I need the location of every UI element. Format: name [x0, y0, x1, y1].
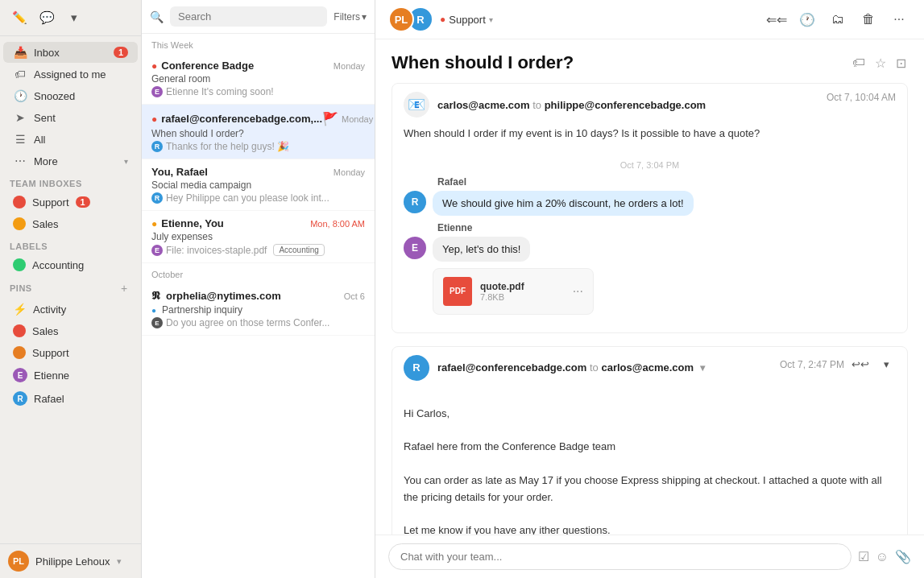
main-view: PL R ● Support ▾ ⇐⇐ 🕐 🗂 🗑 ··· When shoul… — [375, 0, 924, 578]
conv-item-conf-badge[interactable]: ● Conference Badge Monday General room E… — [142, 53, 375, 105]
conv-item-etienne-you[interactable]: ● Etienne, You Mon, 8:00 AM July expense… — [142, 211, 375, 263]
sidebar-item-sent[interactable]: ➤ Sent — [3, 107, 138, 128]
etienne-sender-label: Etienne — [404, 222, 896, 233]
chat-timestamp-1: Oct 7, 3:04 PM — [404, 160, 896, 170]
archive-button[interactable]: 🗂 — [826, 7, 850, 31]
sidebar-item-assigned[interactable]: 🏷 Assigned to me — [3, 64, 138, 85]
expand-button[interactable]: ▾ — [63, 6, 85, 29]
trash-button[interactable]: 🗑 — [856, 7, 880, 31]
conv-subject: ● Partnership inquiry — [151, 304, 365, 316]
conv-preview-avatar: E — [151, 245, 163, 256]
etienne-chat-avatar: E — [404, 237, 426, 259]
sidebar-item-more[interactable]: ⋯ More ▾ — [3, 151, 138, 171]
add-pin-button[interactable]: + — [117, 281, 131, 295]
chat-button[interactable]: 💬 — [35, 6, 58, 29]
support-selector[interactable]: ● Support ▾ — [440, 14, 493, 26]
expand-button[interactable]: ⊡ — [894, 54, 908, 72]
pin-item-rafael[interactable]: R Rafael — [3, 387, 138, 410]
pin-item-support[interactable]: Support — [3, 342, 138, 363]
sidebar-item-accounting[interactable]: Accounting — [3, 254, 138, 275]
conv-item-orphelia[interactable]: 𝕹 orphelia@nytimes.com Oct 6 ● Partnersh… — [142, 283, 375, 336]
email-from-info: 📧 carlos@acme.com to philippe@conference… — [404, 92, 706, 118]
pins-section: Pins + ⚡ Activity Sales Support E Etienn… — [0, 276, 141, 410]
sales-dot — [13, 217, 26, 230]
star-button[interactable]: ☆ — [873, 54, 888, 72]
activity-icon: ⚡ — [13, 303, 27, 316]
sent-icon: ➤ — [13, 111, 27, 124]
sidebar-item-inbox[interactable]: 📥 Inbox 1 — [3, 42, 138, 63]
reply-all-inline-button[interactable]: ↩↩ — [851, 355, 870, 374]
priority-indicator: ● — [151, 60, 157, 72]
conv-header: ● rafael@conferencebadge.com,... 🚩 Monda… — [151, 111, 365, 126]
support-label: Support — [32, 196, 69, 208]
filename: quote.pdf — [480, 281, 524, 292]
checklist-button[interactable]: ☑ — [858, 549, 869, 564]
pin-item-activity[interactable]: ⚡ Activity — [3, 299, 138, 320]
user-avatar: PL — [8, 551, 29, 572]
tag-button[interactable]: 🏷 — [851, 54, 867, 72]
conv-preview-avatar: E — [151, 317, 163, 328]
sidebar-item-sales[interactable]: Sales — [3, 213, 138, 234]
conv-date: Mon, 8:00 AM — [310, 219, 365, 229]
conv-date: Monday — [342, 114, 373, 124]
rafael-chat-bubble: We should give him a 20% discount, he or… — [433, 191, 694, 216]
sidebar-header: ✏️ 💬 ▾ — [0, 0, 141, 36]
email-block-carlos: 📧 carlos@acme.com to philippe@conference… — [392, 83, 908, 333]
inbox-icon: 📥 — [13, 46, 27, 59]
rafael-sender-label: Rafael — [404, 176, 896, 188]
attachment-flag-icon: 🚩 — [322, 111, 338, 126]
conv-list-header: 🔍 Filters ▾ — [142, 0, 375, 34]
compose-button[interactable]: ✏️ — [8, 6, 31, 29]
conv-item-rafael-conf[interactable]: ● rafael@conferencebadge.com,... 🚩 Monda… — [142, 105, 375, 159]
reply-all-button[interactable]: ⇐⇐ — [764, 7, 789, 31]
support-badge: 1 — [76, 196, 90, 208]
sidebar-item-support[interactable]: Support 1 — [3, 192, 138, 213]
attach-button[interactable]: 📎 — [895, 549, 911, 564]
chat-compose: ☑ ☺ 📎 — [375, 535, 924, 578]
user-profile[interactable]: PL Philippe Lehoux ▾ — [8, 551, 122, 572]
pin-item-etienne[interactable]: E Etienne — [3, 364, 138, 386]
sidebar-item-all[interactable]: ☰ All — [3, 129, 138, 150]
search-input[interactable] — [170, 6, 327, 27]
subject-actions: 🏷 ☆ ⊡ — [851, 54, 908, 72]
accounting-tag: Accounting — [273, 244, 324, 256]
header-actions: ⇐⇐ 🕐 🗂 🗑 ··· — [764, 7, 911, 31]
compose-input[interactable] — [388, 543, 851, 570]
clock-button[interactable]: 🕐 — [795, 7, 819, 31]
carlos-email-icon: 📧 — [404, 92, 429, 118]
emoji-button[interactable]: ☺ — [876, 550, 889, 564]
conv-date: Monday — [334, 167, 365, 177]
user-name: Philippe Lehoux — [35, 555, 110, 568]
rafael-reply-avatar: R — [404, 355, 429, 381]
all-icon: ☰ — [13, 133, 27, 146]
etienne-chat-group: Etienne E Yep, let's do this! PDF quote.… — [404, 222, 896, 315]
conv-item-you-rafael[interactable]: You, Rafael Monday Social media campaign… — [142, 159, 375, 211]
conversation-list: 🔍 Filters ▾ This Week ● Conference Badge… — [142, 0, 375, 578]
etienne-label: Etienne — [34, 370, 69, 382]
rafael-avatar: R — [13, 391, 27, 406]
rafael-bubble-row: R We should give him a 20% discount, he … — [404, 191, 896, 216]
nytimes-icon: 𝕹 — [151, 289, 160, 303]
reply-from-info: R rafael@conferencebadge.com to carlos@a… — [404, 355, 705, 381]
reply-expand-button[interactable]: ▾ — [876, 355, 896, 374]
sales-pin-label: Sales — [32, 325, 59, 337]
dropdown-icon: ▾ — [700, 362, 705, 374]
reply-time: Oct 7, 2:47 PM — [780, 359, 844, 370]
conv-preview: E File: invoices-staple.pdf Accounting — [151, 244, 365, 256]
conv-preview: E Do you agree on those terms Confer... — [151, 317, 365, 328]
pin-item-sales[interactable]: Sales — [3, 320, 138, 341]
conv-preview-avatar: R — [151, 192, 163, 204]
conv-from: 𝕹 orphelia@nytimes.com — [151, 289, 281, 303]
filters-button[interactable]: Filters ▾ — [334, 11, 367, 23]
conv-header: 𝕹 orphelia@nytimes.com Oct 6 — [151, 289, 365, 303]
support-dot — [13, 196, 26, 208]
conv-preview-avatar: E — [151, 86, 163, 97]
reply-meta: R rafael@conferencebadge.com to carlos@a… — [392, 347, 907, 389]
conv-from: ● Conference Badge — [151, 60, 254, 72]
file-menu-button[interactable]: ··· — [573, 284, 583, 299]
header-avatar-philippe: PL — [388, 6, 414, 32]
conv-preview: E Etienne It's coming soon! — [151, 86, 365, 97]
sidebar-item-snoozed[interactable]: 🕐 Snoozed — [3, 85, 138, 106]
more-actions-button[interactable]: ··· — [887, 7, 911, 31]
email-thread: When should I order? 🏷 ☆ ⊡ 📧 carlos@acme… — [375, 39, 924, 535]
